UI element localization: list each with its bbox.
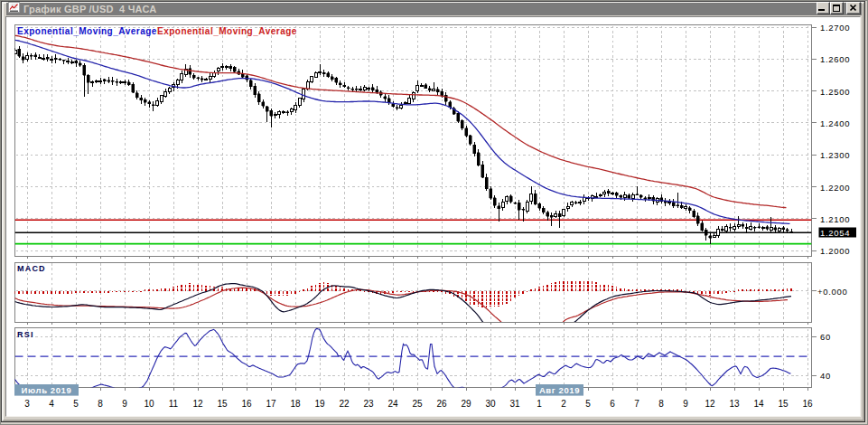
svg-text:RSI: RSI <box>17 330 34 339</box>
svg-text:1.2054: 1.2054 <box>820 228 850 238</box>
svg-text:40: 40 <box>820 371 831 381</box>
svg-text:15: 15 <box>217 399 228 409</box>
svg-text:26: 26 <box>436 399 447 409</box>
svg-text:10: 10 <box>144 399 154 409</box>
svg-text:16: 16 <box>802 399 813 409</box>
svg-text:1.2200: 1.2200 <box>820 183 850 193</box>
svg-text:29: 29 <box>461 399 471 409</box>
svg-text:Exponential_Moving_Average: Exponential_Moving_Average <box>157 26 297 36</box>
svg-text:8: 8 <box>658 399 664 409</box>
svg-text:3: 3 <box>24 399 30 409</box>
svg-text:13: 13 <box>729 399 740 409</box>
svg-text:19: 19 <box>314 399 325 409</box>
svg-text:60: 60 <box>820 332 831 342</box>
svg-text:6: 6 <box>610 399 615 409</box>
svg-text:23: 23 <box>363 399 374 409</box>
svg-text:5: 5 <box>73 399 79 409</box>
svg-text:1.2500: 1.2500 <box>820 87 850 97</box>
svg-text:17: 17 <box>266 399 276 409</box>
svg-text:1.2600: 1.2600 <box>820 54 850 64</box>
svg-text:1.2400: 1.2400 <box>820 118 850 128</box>
svg-text:25: 25 <box>412 399 423 409</box>
svg-text:MACD: MACD <box>17 264 46 273</box>
svg-text:1.2000: 1.2000 <box>820 246 850 256</box>
svg-text:14: 14 <box>753 399 764 409</box>
svg-text:8: 8 <box>98 399 103 409</box>
svg-text:15: 15 <box>778 399 789 409</box>
svg-text:4: 4 <box>49 399 54 409</box>
svg-text:18: 18 <box>290 399 301 409</box>
svg-text:16: 16 <box>241 399 252 409</box>
svg-text:Июль 2019: Июль 2019 <box>22 385 72 395</box>
svg-text:Авг 2019: Авг 2019 <box>539 385 580 395</box>
svg-text:9: 9 <box>683 399 688 409</box>
svg-text:7: 7 <box>634 399 639 409</box>
svg-text:1.2700: 1.2700 <box>820 23 850 33</box>
svg-text:1.2100: 1.2100 <box>820 214 850 224</box>
svg-text:5: 5 <box>585 399 591 409</box>
svg-text:1: 1 <box>537 399 542 409</box>
svg-text:9: 9 <box>122 399 127 409</box>
svg-text:12: 12 <box>192 399 203 409</box>
svg-text:22: 22 <box>339 399 350 409</box>
svg-text:24: 24 <box>387 399 398 409</box>
svg-text:12: 12 <box>705 399 715 409</box>
svg-text:1.2300: 1.2300 <box>820 150 850 160</box>
svg-text:+0.000: +0.000 <box>817 287 848 297</box>
svg-text:11: 11 <box>169 399 179 409</box>
svg-text:Exponential_Moving_Average: Exponential_Moving_Average <box>17 26 157 36</box>
svg-text:31: 31 <box>509 399 520 409</box>
svg-text:30: 30 <box>485 399 496 409</box>
svg-text:2: 2 <box>561 399 566 409</box>
